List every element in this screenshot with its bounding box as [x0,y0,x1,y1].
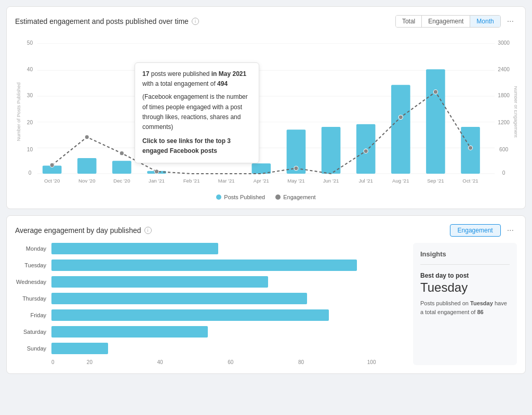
tooltip-engagement: 494 [217,80,228,87]
svg-text:Feb '21: Feb '21 [183,177,200,183]
chart1-area: 17 posts were published in May 2021 with… [15,34,517,190]
tooltip-bold1: in May 2021 [211,70,246,77]
svg-point-33 [119,151,124,155]
svg-text:Number of Engagement: Number of Engagement [513,86,517,138]
bar-wrap-wednesday [51,276,407,288]
x-label-40: 40 [125,359,195,365]
svg-text:Nov '20: Nov '20 [78,177,96,183]
bar-row-saturday: Saturday [15,326,407,338]
svg-text:Jun '21: Jun '21 [323,177,339,183]
bar-fill-saturday [51,326,208,338]
svg-text:Sep '21: Sep '21 [427,177,444,183]
legend-posts-dot [216,194,221,200]
svg-text:Oct '20: Oct '20 [44,177,60,183]
svg-text:1800: 1800 [498,93,510,98]
bar-wrap-friday [51,309,407,321]
engagement-chart-card: Estimated engagement and posts published… [6,6,526,209]
svg-point-38 [433,90,437,94]
card2-title: Average engagement by day published i [15,226,152,235]
best-day-value: Tuesday [420,280,510,295]
desc-value: 86 [477,309,483,315]
svg-text:2400: 2400 [498,67,510,72]
svg-point-35 [294,166,298,170]
total-button[interactable]: Total [396,16,422,27]
card2-more-button[interactable]: ··· [504,225,517,236]
legend-engagement-dot [275,194,281,200]
x-label-60: 60 [195,359,266,365]
card2-info-icon[interactable]: i [144,227,152,234]
month-button[interactable]: Month [470,16,500,27]
bar-wrap-thursday [51,293,407,304]
chart1-legend: Posts Published Engagement [15,194,517,200]
svg-text:May '21: May '21 [287,177,304,183]
tooltip-text2: with a total engagement of [142,80,217,87]
svg-text:Jul '21: Jul '21 [358,177,373,183]
card1-title-text: Estimated engagement and posts published… [15,17,189,25]
card1-controls: Total Engagement Month ··· [395,15,517,28]
svg-text:50: 50 [27,40,33,46]
svg-text:20: 20 [27,120,33,125]
x-label-20: 20 [55,359,125,365]
bar-fill-tuesday [51,260,357,271]
svg-rect-29 [426,69,445,174]
svg-point-32 [85,135,89,139]
desc-pre: Posts published on [420,300,469,306]
bar-label-saturday: Saturday [15,329,51,335]
chart1-button-group: Total Engagement Month [395,15,501,28]
avg-engagement-card: Average engagement by day published i En… [6,215,526,374]
desc-bold: Tuesday [470,300,493,306]
svg-text:Apr '21: Apr '21 [254,177,269,183]
svg-text:0: 0 [29,170,32,176]
x-label-80: 80 [266,359,337,365]
x-axis: 020406080100 [51,359,407,365]
tooltip-text1: posts were published [151,70,211,77]
bar-fill-monday [51,243,218,254]
svg-text:Number of Posts Published: Number of Posts Published [16,83,21,141]
card1-info-icon[interactable]: i [192,18,199,25]
legend-engagement: Engagement [275,194,315,200]
x-label-100: 100 [336,359,407,365]
bar-fill-thursday [51,293,307,304]
bar-label-wednesday: Wednesday [15,279,51,285]
engagement-button[interactable]: Engagement [422,16,470,27]
bar-fill-friday [51,309,329,321]
chart1-tooltip: 17 posts were published in May 2021 with… [135,62,259,163]
bar-label-tuesday: Tuesday [15,262,51,268]
legend-posts: Posts Published [216,194,265,200]
svg-text:Oct '21: Oct '21 [462,177,478,183]
card1-title: Estimated engagement and posts published… [15,17,199,25]
svg-text:Jan '21: Jan '21 [149,177,165,183]
bar-fill-sunday [51,343,108,354]
insights-title: Insights [420,250,510,258]
card2-controls: Engagement ··· [450,224,517,237]
svg-point-37 [398,115,403,119]
best-day-label: Best day to post [420,272,510,279]
svg-point-36 [364,149,368,153]
bar-wrap-sunday [51,343,407,354]
svg-text:Mar '21: Mar '21 [218,177,235,183]
legend-posts-label: Posts Published [224,194,265,200]
chart2-engagement-button[interactable]: Engagement [450,224,501,237]
tooltip-cta[interactable]: Click to see links for the top 3 engaged… [142,136,251,156]
insights-panel: Insights Best day to post Tuesday Posts … [413,243,517,365]
best-day-desc: Posts published on Tuesday have a total … [420,299,510,316]
card1-more-button[interactable]: ··· [504,16,517,27]
chart1-svg: 50 40 30 20 10 0 Number of Posts Publish… [15,34,517,190]
bar-wrap-saturday [51,326,407,338]
svg-text:Aug '21: Aug '21 [392,177,409,183]
card1-header: Estimated engagement and posts published… [15,15,517,28]
legend-engagement-label: Engagement [283,194,315,200]
bar-wrap-tuesday [51,260,407,271]
bar-row-monday: Monday [15,243,407,254]
svg-rect-21 [77,158,97,174]
bar-row-wednesday: Wednesday [15,276,407,288]
bar-fill-wednesday [51,276,268,288]
svg-text:10: 10 [27,146,33,152]
bar-label-thursday: Thursday [15,295,51,302]
bar-row-sunday: Sunday [15,343,407,354]
svg-point-31 [50,163,54,167]
tooltip-explanation: (Facebook engagement is the number of ti… [142,92,251,132]
svg-text:40: 40 [27,67,33,72]
bar-row-tuesday: Tuesday [15,260,407,271]
bar-label-sunday: Sunday [15,345,51,352]
